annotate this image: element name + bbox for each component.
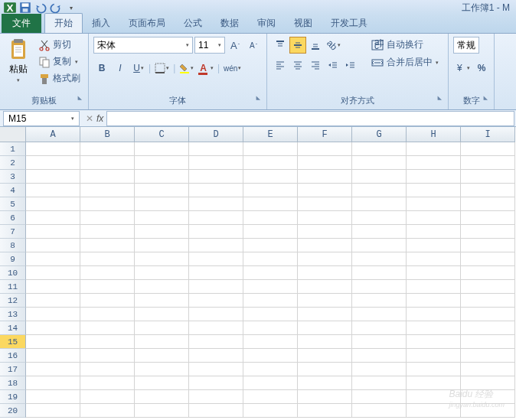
cell[interactable] [407,280,461,294]
cell[interactable] [243,349,298,363]
cell[interactable] [352,142,407,156]
cell[interactable] [352,349,407,363]
cell[interactable] [298,321,352,335]
cell[interactable] [461,239,515,252]
tab-developer[interactable]: 开发工具 [322,14,377,33]
cell[interactable] [26,252,80,266]
cell[interactable] [407,184,461,197]
cell[interactable] [352,252,407,266]
decrease-font-icon[interactable]: Aˇ [245,37,262,54]
tab-formulas[interactable]: 公式 [175,14,211,33]
cell[interactable] [407,376,461,390]
row-header[interactable]: 5 [0,197,26,211]
cell[interactable] [298,239,352,252]
column-header[interactable]: A [26,127,80,142]
row-header[interactable]: 15 [0,335,26,349]
cell[interactable] [243,376,298,390]
cell[interactable] [298,266,352,280]
column-header[interactable]: E [243,127,298,142]
cell[interactable] [189,363,243,376]
cell[interactable] [189,225,243,239]
cell[interactable] [243,197,298,211]
cell[interactable] [189,376,243,390]
cell[interactable] [352,184,407,197]
row-header[interactable]: 13 [0,308,26,321]
cell[interactable] [80,308,135,321]
cell[interactable] [298,349,352,363]
cell[interactable] [298,390,352,404]
cell[interactable] [461,404,515,418]
cell[interactable] [189,252,243,266]
cell[interactable] [298,197,352,211]
cell[interactable] [461,142,515,156]
cell[interactable] [189,335,243,349]
cell[interactable] [80,294,135,308]
cell[interactable] [461,197,515,211]
cell[interactable] [243,308,298,321]
cell[interactable] [407,294,461,308]
format-painter-button[interactable]: 格式刷 [35,70,83,86]
cell[interactable] [135,225,189,239]
cell[interactable] [407,170,461,184]
cell[interactable] [461,280,515,294]
save-icon[interactable] [18,1,32,15]
cell[interactable] [352,156,407,170]
cell[interactable] [135,197,189,211]
align-top-icon[interactable] [272,37,289,54]
row-header[interactable]: 20 [0,404,26,418]
column-header[interactable]: I [461,127,515,142]
cell[interactable] [135,363,189,376]
italic-button[interactable]: I [112,60,129,77]
cell[interactable] [352,363,407,376]
cell[interactable] [298,335,352,349]
cell[interactable] [298,376,352,390]
cell[interactable] [26,280,80,294]
cell[interactable] [461,363,515,376]
column-header[interactable]: G [352,127,407,142]
cell[interactable] [80,197,135,211]
cell[interactable] [298,156,352,170]
cell[interactable] [135,184,189,197]
cell[interactable] [407,390,461,404]
cell[interactable] [26,156,80,170]
row-header[interactable]: 6 [0,211,26,225]
cell[interactable] [352,321,407,335]
cell[interactable] [298,211,352,225]
cell[interactable] [243,142,298,156]
cut-button[interactable]: 剪切 [35,37,83,53]
row-header[interactable]: 7 [0,225,26,239]
tab-data[interactable]: 数据 [211,14,248,33]
cell[interactable] [135,390,189,404]
row-header[interactable]: 8 [0,239,26,252]
cell[interactable] [80,390,135,404]
cell[interactable] [407,211,461,225]
cell[interactable] [80,252,135,266]
align-right-icon[interactable] [307,57,324,73]
cell[interactable] [135,170,189,184]
cell[interactable] [80,363,135,376]
row-header[interactable]: 16 [0,349,26,363]
align-left-icon[interactable] [272,57,289,73]
cell[interactable] [352,390,407,404]
cell[interactable] [26,335,80,349]
row-header[interactable]: 1 [0,142,26,156]
excel-icon[interactable]: X [3,1,17,15]
bold-button[interactable]: B [93,60,110,77]
cell[interactable] [243,280,298,294]
row-header[interactable]: 10 [0,266,26,280]
increase-indent-icon[interactable] [342,57,359,73]
cell[interactable] [407,142,461,156]
cell[interactable] [80,156,135,170]
name-box[interactable]: M15 ▾ [3,111,80,126]
cell[interactable] [407,197,461,211]
cell[interactable] [135,266,189,280]
cell[interactable] [135,404,189,418]
cell[interactable] [461,349,515,363]
fill-color-button[interactable]: ▾ [177,60,196,77]
cell[interactable] [80,321,135,335]
select-all-corner[interactable] [0,127,26,142]
cell[interactable] [407,156,461,170]
cell[interactable] [26,142,80,156]
cell[interactable] [352,225,407,239]
cell[interactable] [80,349,135,363]
